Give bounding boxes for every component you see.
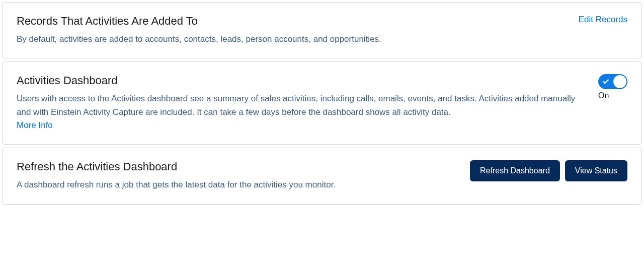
view-status-button[interactable]: View Status: [565, 160, 627, 181]
records-card-main: Records That Activities Are Added To By …: [17, 15, 579, 46]
refresh-button-row: Refresh Dashboard View Status: [470, 160, 627, 181]
dashboard-card-body: Activities Dashboard Users with access t…: [17, 74, 627, 132]
refresh-card-main: Refresh the Activities Dashboard A dashb…: [17, 160, 460, 191]
dashboard-card: Activities Dashboard Users with access t…: [2, 61, 642, 145]
dashboard-toggle[interactable]: [598, 74, 627, 89]
check-icon: [602, 78, 609, 85]
refresh-description: A dashboard refresh runs a job that gets…: [17, 178, 460, 191]
records-card-header: Records That Activities Are Added To By …: [17, 15, 627, 46]
records-card: Records That Activities Are Added To By …: [2, 2, 642, 58]
refresh-dashboard-button[interactable]: Refresh Dashboard: [470, 160, 560, 181]
refresh-title: Refresh the Activities Dashboard: [17, 160, 460, 173]
refresh-card: Refresh the Activities Dashboard A dashb…: [2, 148, 642, 204]
dashboard-desc-text: Users with access to the Activities dash…: [17, 94, 575, 116]
dashboard-toggle-wrap: On: [598, 74, 627, 100]
more-info-link[interactable]: More Info: [17, 120, 53, 130]
records-title: Records That Activities Are Added To: [17, 15, 579, 28]
records-description: By default, activities are added to acco…: [17, 33, 579, 46]
refresh-card-body: Refresh the Activities Dashboard A dashb…: [17, 160, 627, 191]
dashboard-toggle-label: On: [598, 91, 609, 100]
edit-records-link[interactable]: Edit Records: [579, 15, 627, 25]
dashboard-title: Activities Dashboard: [17, 74, 588, 87]
dashboard-card-main: Activities Dashboard Users with access t…: [17, 74, 588, 132]
toggle-knob: [613, 75, 626, 88]
dashboard-description: Users with access to the Activities dash…: [17, 92, 588, 132]
